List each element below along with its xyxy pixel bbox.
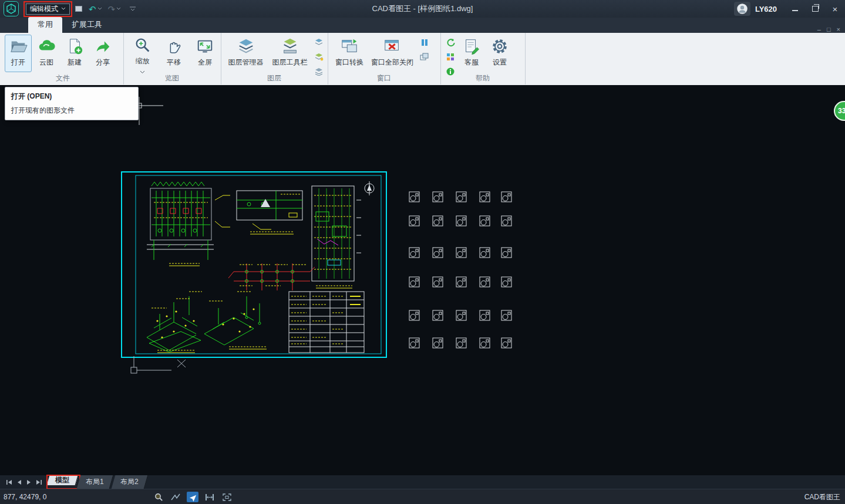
tile-vertical-icon[interactable] (419, 38, 430, 47)
zoom-magnifier-icon (133, 36, 153, 55)
apps-grid-icon[interactable] (445, 52, 456, 62)
minimize-icon (792, 10, 798, 11)
app-logo-icon[interactable] (4, 1, 19, 16)
zoom-button[interactable]: 缩放 (129, 35, 156, 72)
chevron-down-icon (61, 7, 66, 11)
tab-home[interactable]: 常用 (28, 17, 62, 33)
layer-toolbar-button[interactable]: 图层工具栏 (268, 35, 311, 72)
minimize-button[interactable] (785, 0, 805, 18)
window-close-all-icon (382, 36, 402, 56)
redo-icon: ↷ (108, 4, 116, 14)
plan-drawing (237, 191, 302, 234)
title-block-table (289, 292, 364, 353)
customer-service-button[interactable]: 客服 (458, 35, 485, 72)
prev-sheet-icon[interactable] (17, 479, 22, 485)
piping-plan (228, 263, 315, 290)
ribbon-group-help: 客服 设置 帮助 (440, 33, 526, 84)
tooltip: 打开 (OPEN) 打开现有的图形文件 (5, 87, 139, 120)
tooltip-title: 打开 (OPEN) (11, 92, 132, 102)
share-button[interactable]: 分享 (89, 35, 116, 72)
open-folder-icon (8, 36, 28, 56)
ribbon-tab-row: 常用 扩展工具 – □ × (0, 18, 845, 33)
edit-mode-label: 编辑模式 (30, 4, 58, 14)
window-title: CAD看图王 - [样例图纸1.dwg] (0, 4, 845, 14)
next-sheet-icon[interactable] (26, 479, 31, 485)
elevation-drawing (147, 182, 230, 266)
tab-extended-tools[interactable]: 扩展工具 (62, 17, 112, 33)
axonometric-piping-1 (147, 292, 202, 353)
user-avatar[interactable] (734, 2, 750, 16)
document-close-icon[interactable]: × (837, 26, 840, 33)
extents-icon[interactable] (221, 492, 233, 502)
window-switch-button[interactable]: 窗口转换 (332, 35, 366, 72)
axonometric-piping-2 (204, 292, 267, 349)
pan-button[interactable]: 平移 (160, 35, 187, 72)
statusbar-app-name: CAD看图王 (804, 492, 840, 502)
tab-model[interactable]: 模型 (47, 475, 79, 485)
first-sheet-icon[interactable] (6, 479, 12, 485)
edit-mode-selector[interactable]: 编辑模式 (26, 4, 70, 15)
layers-toolbar-icon (280, 36, 300, 56)
sheet-tab-bar: 模型 布局1 布局2 (0, 475, 845, 489)
quick-access-icon[interactable] (75, 5, 83, 13)
pickbox-cursor (131, 356, 186, 373)
maximize-icon (812, 6, 819, 12)
maximize-button[interactable] (805, 0, 825, 18)
redo-dropdown-chevron-icon[interactable] (116, 7, 121, 11)
measure-icon[interactable] (204, 492, 216, 502)
statusbar: 877, 42479, 0 CAD看图王 (0, 489, 845, 504)
document-minimize-icon[interactable]: – (817, 26, 821, 33)
share-icon (93, 36, 113, 56)
cascade-windows-icon[interactable] (419, 52, 430, 62)
cloud-button[interactable]: 云图 (33, 35, 60, 72)
ribbon-group-view: 缩放 平移 全屏 览图 (123, 33, 221, 84)
fullscreen-icon (195, 36, 215, 56)
tab-layout2[interactable]: 布局2 (111, 475, 147, 489)
undo-dropdown-chevron-icon[interactable] (97, 7, 102, 11)
document-restore-icon[interactable]: □ (827, 26, 831, 33)
undo-icon: ↶ (89, 4, 96, 14)
layers-icon (236, 36, 256, 56)
settings-button[interactable]: 设置 (486, 35, 513, 72)
username: LY620 (755, 5, 777, 13)
layer-state-icon-2[interactable] (314, 52, 324, 62)
gear-icon (490, 36, 510, 56)
new-file-button[interactable]: 新建 (61, 35, 88, 72)
ribbon-group-file: 打开 云图 新建 分享 文件 (2, 33, 124, 84)
tab-layout1[interactable]: 布局1 (77, 475, 113, 489)
ribbon: 打开 云图 新建 分享 文件 (0, 33, 845, 86)
fullscreen-button[interactable]: 全屏 (192, 35, 218, 72)
application-window: 编辑模式 ↶ ↷ CAD看图王 - [样例图纸1.dwg] LY620 × 常用… (0, 0, 845, 504)
ribbon-group-layer: 图层管理器 图层工具栏 图层 (221, 33, 328, 84)
new-file-icon (65, 36, 85, 56)
cad-drawing (0, 85, 845, 475)
drawing-canvas[interactable]: 33 (0, 85, 845, 475)
cursor-coordinates: 877, 42479, 0 (4, 493, 46, 501)
open-button[interactable]: 打开 (5, 35, 32, 72)
quick-access-more-icon[interactable] (129, 6, 136, 12)
ribbon-group-window: 窗口转换 窗口全部关闭 窗口 (328, 33, 441, 84)
cloud-sync-icon (36, 36, 56, 56)
titlebar: 编辑模式 ↶ ↷ CAD看图王 - [样例图纸1.dwg] LY620 × (0, 0, 845, 18)
close-button[interactable]: × (825, 0, 845, 18)
redo-button[interactable]: ↷ (108, 5, 116, 13)
undo-button[interactable]: ↶ (89, 5, 96, 13)
customer-service-icon (462, 36, 482, 56)
layer-manager-button[interactable]: 图层管理器 (224, 35, 267, 72)
tooltip-body: 打开现有的图形文件 (11, 106, 132, 116)
fly-mode-toggle[interactable] (187, 492, 198, 502)
last-sheet-icon[interactable] (36, 479, 42, 485)
section-drawing (312, 181, 374, 288)
refresh-icon[interactable] (445, 38, 456, 47)
window-switch-icon (339, 36, 359, 56)
magnifier-icon[interactable] (153, 492, 164, 502)
linewidth-icon[interactable] (170, 492, 181, 502)
block-symbols (409, 192, 511, 348)
layer-state-icon-1[interactable] (314, 38, 324, 47)
close-icon: × (833, 4, 838, 14)
close-all-windows-button[interactable]: 窗口全部关闭 (368, 35, 417, 72)
hand-icon (164, 36, 184, 56)
